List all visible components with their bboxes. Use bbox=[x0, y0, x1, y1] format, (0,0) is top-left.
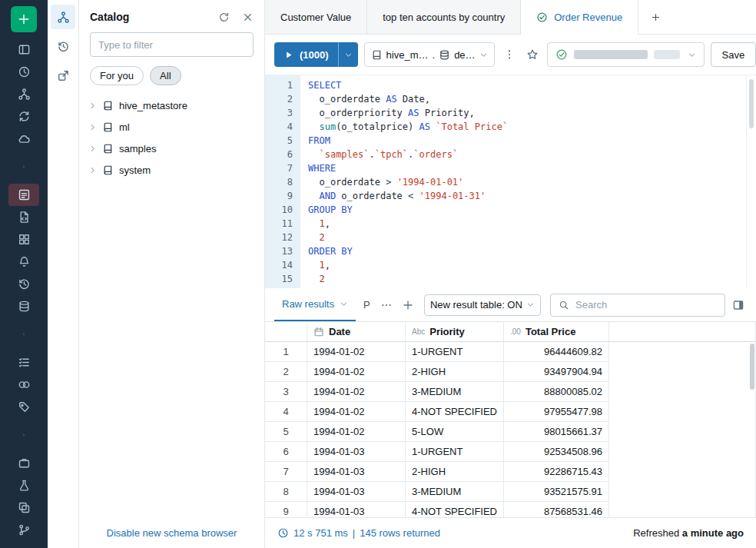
sidebar-item-model-registry[interactable] bbox=[8, 519, 39, 541]
run-options-caret[interactable] bbox=[338, 42, 358, 67]
sidebar-item-sql-editor[interactable] bbox=[8, 184, 39, 206]
table-scrollbar[interactable] bbox=[750, 344, 754, 390]
tree-item-ml[interactable]: ml bbox=[79, 116, 264, 138]
run-button[interactable]: (1000) bbox=[274, 42, 358, 67]
table-row[interactable]: 4 1994-01-02 4-NOT SPECIFIED 97955477.98 bbox=[265, 402, 756, 422]
sql-editor[interactable]: 123456789101112131415 SELECT o_orderdate… bbox=[265, 75, 756, 288]
table-row[interactable]: 9 1994-01-03 4-NOT SPECIFIED 87568531.46 bbox=[265, 502, 756, 517]
sidebar-item-workflows[interactable] bbox=[8, 105, 39, 128]
code-line: ORDER BY bbox=[308, 244, 756, 258]
cell-priority: 1-URGENT bbox=[406, 342, 504, 362]
panel-rail-item-query-history[interactable] bbox=[51, 34, 75, 58]
query-history-icon bbox=[18, 277, 31, 291]
sidebar-item-recents[interactable] bbox=[8, 61, 39, 83]
catalog-icon bbox=[102, 100, 114, 111]
close-icon[interactable] bbox=[242, 12, 254, 23]
refresh-icon[interactable] bbox=[218, 12, 230, 23]
tab-customer-value[interactable]: Customer Value bbox=[265, 0, 367, 34]
catalog-filter[interactable] bbox=[90, 32, 254, 57]
side-panel-toggle-icon[interactable] bbox=[730, 297, 747, 314]
new-result-table-toggle[interactable]: New result table: ON bbox=[424, 294, 541, 316]
run-button-main[interactable]: (1000) bbox=[274, 42, 338, 67]
code-line: SELECT bbox=[308, 78, 756, 92]
catalog-schema-selector[interactable]: hive_m… . de… bbox=[364, 42, 495, 67]
save-button[interactable]: Save bbox=[711, 42, 756, 67]
editor-scrollbar[interactable] bbox=[749, 79, 754, 128]
alerts-icon bbox=[18, 255, 31, 268]
raw-results-tab[interactable]: Raw results bbox=[274, 288, 356, 321]
panel-rail-item-paste-query[interactable] bbox=[51, 63, 75, 88]
favorite-star-icon[interactable] bbox=[524, 46, 541, 63]
column-header-total-price[interactable]: .00 Total Price bbox=[504, 322, 609, 342]
filter-pill-for-you[interactable]: For you bbox=[90, 66, 144, 85]
catalog-filter-input[interactable] bbox=[98, 39, 245, 51]
warehouse-selector[interactable] bbox=[547, 42, 705, 67]
status-bar: 12 s 751 ms | 145 rows returned Refreshe… bbox=[265, 517, 756, 548]
disable-schema-browser-link[interactable]: Disable new schema browser bbox=[107, 527, 237, 539]
results-search-input[interactable] bbox=[575, 299, 717, 311]
cell-total-price: 92534508.96 bbox=[504, 442, 609, 462]
table-row[interactable]: 7 1994-01-03 2-HIGH 92286715.43 bbox=[265, 462, 756, 482]
row-number-header[interactable] bbox=[265, 322, 307, 342]
tab-order-revenue[interactable]: Order Revenue bbox=[521, 0, 638, 35]
tree-item-label: samples bbox=[119, 143, 156, 154]
results-more-icon[interactable] bbox=[378, 297, 395, 314]
chevron-right-icon bbox=[88, 144, 97, 153]
column-header-date[interactable]: Date bbox=[307, 322, 406, 342]
tree-item-label: system bbox=[119, 164, 151, 176]
sidebar-item-workspace[interactable] bbox=[8, 38, 39, 61]
cell-priority: 3-MEDIUM bbox=[406, 382, 504, 402]
query-execution-status[interactable]: 12 s 751 ms | 145 rows returned bbox=[277, 527, 440, 539]
model-registry-icon bbox=[18, 523, 31, 536]
new-button[interactable] bbox=[11, 6, 37, 32]
table-row[interactable]: 3 1994-01-02 3-MEDIUM 88800085.02 bbox=[265, 382, 756, 402]
results-search[interactable] bbox=[550, 294, 725, 317]
sidebar-item-compute[interactable] bbox=[8, 128, 39, 150]
line-number: 6 bbox=[265, 148, 293, 161]
cell-date: 1994-01-03 bbox=[307, 462, 406, 482]
line-number: 12 bbox=[265, 231, 293, 244]
table-row[interactable]: 1 1994-01-02 1-URGENT 96444609.82 bbox=[265, 342, 756, 362]
panel-rail-item-schema-browser[interactable] bbox=[51, 5, 75, 29]
sidebar-item-delta-live-tables[interactable] bbox=[8, 374, 39, 396]
code-line: GROUP BY bbox=[308, 203, 756, 217]
table-row[interactable]: 2 1994-01-02 2-HIGH 93497904.94 bbox=[265, 362, 756, 382]
cell-date: 1994-01-03 bbox=[307, 502, 406, 517]
sidebar-item-partner-connect[interactable] bbox=[8, 396, 39, 418]
sidebar-item-sql-warehouses[interactable] bbox=[8, 295, 39, 317]
tab-top-ten-accounts-by-country[interactable]: top ten accounts by country bbox=[367, 0, 521, 34]
tree-item-samples[interactable]: samples bbox=[79, 138, 264, 159]
sidebar-item-job-runs[interactable] bbox=[8, 452, 39, 474]
sidebar-item-experiments[interactable] bbox=[8, 474, 39, 497]
code-line: FROM bbox=[308, 134, 756, 148]
sidebar-item-queries[interactable] bbox=[8, 206, 39, 228]
row-number: 3 bbox=[265, 382, 307, 402]
sidebar-item-query-history[interactable] bbox=[8, 273, 39, 295]
cell-priority: 5-LOW bbox=[406, 422, 504, 442]
sidebar-item-alerts[interactable] bbox=[8, 251, 39, 273]
table-row[interactable]: 8 1994-01-03 3-MEDIUM 93521575.91 bbox=[265, 482, 756, 502]
filter-pill-all[interactable]: All bbox=[150, 66, 181, 85]
selected-schema: de… bbox=[454, 49, 475, 61]
column-header-priority[interactable]: Abc Priority bbox=[406, 322, 504, 342]
table-header-row: Date Abc Priority .00 Total Price bbox=[265, 322, 756, 342]
sidebar-item-catalog[interactable] bbox=[8, 83, 39, 105]
clipped-results-tab[interactable]: P bbox=[363, 299, 373, 311]
tree-item-system[interactable]: system bbox=[79, 159, 264, 181]
sidebar-item-dashboards[interactable] bbox=[8, 228, 39, 251]
cell-date: 1994-01-02 bbox=[307, 382, 406, 402]
sidebar-item-feature-store[interactable] bbox=[8, 497, 39, 519]
query-kebab-menu-icon[interactable] bbox=[501, 46, 518, 63]
tree-item-hive-metastore[interactable]: hive_metastore bbox=[79, 95, 264, 116]
table-row[interactable]: 6 1994-01-03 1-URGENT 92534508.96 bbox=[265, 442, 756, 462]
sidebar-item-data-ingestion[interactable] bbox=[8, 351, 39, 374]
queries-icon bbox=[18, 211, 31, 224]
line-number: 5 bbox=[265, 134, 293, 148]
row-number: 9 bbox=[265, 502, 307, 517]
add-tab-button[interactable] bbox=[638, 0, 672, 34]
table-row[interactable]: 5 1994-01-02 5-LOW 98015661.37 bbox=[265, 422, 756, 442]
chevron-right-icon bbox=[88, 166, 97, 174]
run-limit-label: (1000) bbox=[300, 49, 329, 61]
add-visualization-button[interactable] bbox=[400, 297, 416, 314]
code-area[interactable]: SELECT o_orderdate AS Date, o_orderprior… bbox=[300, 75, 756, 288]
